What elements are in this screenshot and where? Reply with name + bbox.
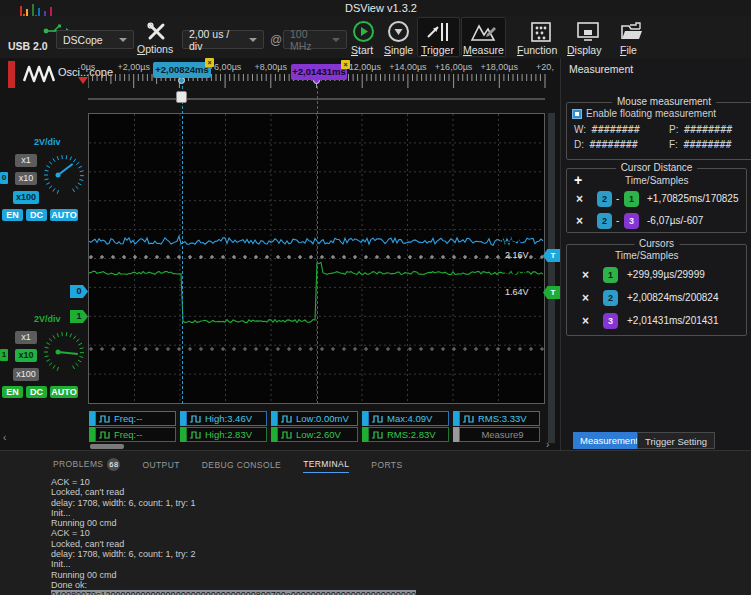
ch1-vdiv-dial[interactable] <box>38 325 86 377</box>
ch1-probe-x10[interactable]: x10 <box>15 349 37 362</box>
ch0-vdiv-label: 2V/div <box>34 137 61 147</box>
ch1-trace-value: 2,91V <box>504 267 528 277</box>
cursor-badge-2[interactable]: 2 <box>603 290 618 306</box>
ch1-probe-x1[interactable]: x1 <box>15 331 37 344</box>
remove-cursor-button[interactable]: × <box>582 291 589 305</box>
ch0-offset-badge[interactable]: 0 <box>70 285 88 298</box>
trigger-position-marker[interactable] <box>78 77 88 84</box>
terminal-output[interactable]: ACK = 10Locked, can't readdelay: 1708, w… <box>51 477 416 595</box>
cursor2-label[interactable]: +2,00824ms × <box>153 62 211 78</box>
terminal-tab-debug-console[interactable]: DEBUG CONSOLE <box>202 460 281 473</box>
cursor-badge-1[interactable]: 1 <box>603 267 618 283</box>
timebase-select[interactable]: 2,00 us / div <box>182 30 264 49</box>
terminal-tab-problems[interactable]: PROBLEMS68 <box>53 458 120 474</box>
single-button[interactable]: Single <box>384 44 413 56</box>
plot-vertical-scrollbar[interactable] <box>548 113 555 443</box>
p-value: ######## <box>684 124 732 135</box>
measure-empty-box[interactable]: Measure9 <box>459 427 540 442</box>
terminal-tab-output[interactable]: OUTPUT <box>142 460 179 473</box>
cursor2-drag-thumb[interactable] <box>176 91 187 103</box>
measure-label: High:3.46V <box>205 413 252 424</box>
cursor-badge-1[interactable]: 1 <box>624 191 639 207</box>
ch1-offset-badge[interactable]: 1 <box>70 310 88 323</box>
ch1-enable-button[interactable]: EN <box>2 386 23 398</box>
measure-low-box[interactable]: Low:2.60V <box>277 427 358 442</box>
add-distance-button[interactable]: + <box>574 172 582 188</box>
dash-separator: - <box>616 215 619 226</box>
measure-high-box[interactable]: High:2.83V <box>186 427 267 442</box>
terminal-tab-ports[interactable]: PORTS <box>371 460 402 473</box>
measure-icon[interactable] <box>470 21 498 43</box>
cursor-badge-3[interactable]: 3 <box>603 313 618 329</box>
cursor-badge-3[interactable]: 3 <box>624 213 639 229</box>
cursor2-handle[interactable] <box>178 77 185 84</box>
device-select[interactable]: DSCope <box>56 30 134 49</box>
single-icon[interactable] <box>387 20 410 43</box>
measure-label: Max:4.09V <box>387 413 432 424</box>
remove-distance-button[interactable]: × <box>576 192 583 206</box>
measure-freq-box[interactable]: Freq:-- <box>95 427 176 442</box>
remove-cursor-button[interactable]: × <box>582 314 589 328</box>
terminal-line: ACK = 10 <box>51 477 416 487</box>
ch0-probe-x100[interactable]: x100 <box>13 191 39 204</box>
terminal-line-selected: 040080079c120000000000000000000000000000… <box>51 590 416 595</box>
ch1-autoset-button[interactable]: AUTO <box>50 386 78 398</box>
measure-rms-box[interactable]: RMS:2.83V <box>368 427 449 442</box>
trigger-button[interactable]: Trigger <box>421 44 454 56</box>
tab-measurement[interactable]: Measurement <box>573 432 645 449</box>
cursor-badge-2[interactable]: 2 <box>597 213 612 229</box>
measure-label: Low:0.00mV <box>296 413 349 424</box>
measure-freq-box[interactable]: Freq:-- <box>95 411 176 426</box>
terminal-line: delay: 1708, width: 6, count: 1, try: 2 <box>51 549 416 559</box>
cursor3-close-icon[interactable]: × <box>341 60 350 69</box>
measure-label: Freq:-- <box>114 413 143 424</box>
measure-next-arrow[interactable]: › <box>546 439 549 450</box>
measure-low-box[interactable]: Low:0.00mV <box>277 411 358 426</box>
ch0-coupling-button[interactable]: DC <box>26 209 47 221</box>
options-icon[interactable] <box>146 21 167 42</box>
measure-label: High:2.83V <box>205 429 252 440</box>
cursor3-label[interactable]: +2,01431ms × <box>291 64 347 80</box>
options-button[interactable]: Options <box>137 43 173 55</box>
start-button[interactable]: Start <box>351 44 373 56</box>
cursor3-line[interactable] <box>317 86 318 404</box>
tab-trigger-setting[interactable]: Trigger Setting <box>637 432 715 449</box>
ch0-enable-button[interactable]: EN <box>2 209 23 221</box>
function-icon[interactable] <box>530 21 552 43</box>
display-icon[interactable] <box>576 21 600 43</box>
enable-floating-checkbox[interactable] <box>572 109 582 119</box>
cursor2-line[interactable] <box>182 86 183 404</box>
remove-distance-button[interactable]: × <box>576 214 583 228</box>
measure-button[interactable]: Measure <box>463 44 504 56</box>
measure-glyph-icon <box>463 414 475 424</box>
w-label: W: <box>574 124 586 135</box>
chevron-down-icon <box>249 38 257 42</box>
ruler-tick-label: +18,00µs <box>481 62 518 72</box>
start-icon[interactable] <box>352 20 375 43</box>
ch0-probe-x1[interactable]: x1 <box>15 154 37 167</box>
trigger-icon[interactable] <box>426 21 452 43</box>
cursor2-close-icon[interactable]: × <box>205 58 214 67</box>
dsview-wave-icon <box>22 63 56 85</box>
plot-horizontal-scrollbar-thumb[interactable] <box>90 444 124 449</box>
measure-label: Freq:-- <box>114 429 143 440</box>
function-button[interactable]: Function <box>517 44 557 56</box>
ruler-tick-label: +16,00µs <box>435 62 472 72</box>
ch1-probe-x100[interactable]: x100 <box>13 368 39 381</box>
file-button[interactable]: File <box>620 44 637 56</box>
measure-high-box[interactable]: High:3.46V <box>186 411 267 426</box>
terminal-line: Init... <box>51 559 416 569</box>
ch0-vdiv-dial[interactable] <box>38 148 86 200</box>
measure-rms-box[interactable]: RMS:3.33V <box>459 411 540 426</box>
ch0-autoset-button[interactable]: AUTO <box>50 209 78 221</box>
measure-label: Measure9 <box>481 429 523 440</box>
file-icon[interactable] <box>620 21 644 43</box>
terminal-tab-terminal[interactable]: TERMINAL <box>303 459 349 473</box>
remove-cursor-button[interactable]: × <box>582 268 589 282</box>
sidebar-collapse-arrow[interactable]: ‹ <box>3 432 6 443</box>
ch1-coupling-button[interactable]: DC <box>26 386 47 398</box>
cursor-badge-2[interactable]: 2 <box>597 191 612 207</box>
measure-max-box[interactable]: Max:4.09V <box>368 411 449 426</box>
ch0-probe-x10[interactable]: x10 <box>15 172 37 185</box>
display-button[interactable]: Display <box>567 44 601 56</box>
